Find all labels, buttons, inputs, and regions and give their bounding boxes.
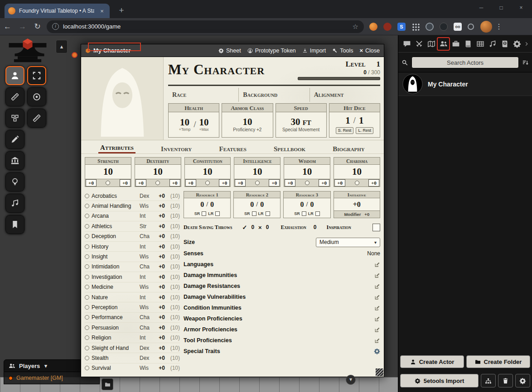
short-rest-checkbox[interactable] — [302, 211, 306, 216]
tab-close-icon[interactable]: × — [98, 8, 106, 14]
skill-proficiency-radio[interactable] — [85, 204, 89, 208]
tab-playlists[interactable] — [486, 38, 498, 50]
skill-row[interactable]: Acrobatics Dex +0 (10) — [85, 191, 180, 201]
level-value[interactable]: 1 — [377, 60, 381, 69]
tab-actors[interactable] — [437, 38, 450, 50]
skill-proficiency-radio[interactable] — [85, 214, 89, 218]
skill-proficiency-radio[interactable] — [85, 305, 89, 310]
skill-proficiency-radio[interactable] — [85, 325, 89, 330]
skill-row[interactable]: Religion Int +0 (10) — [85, 333, 180, 343]
edit-icon[interactable] — [374, 327, 380, 333]
select-tool-button[interactable] — [27, 66, 46, 85]
death-save-success-count[interactable]: 0 — [251, 224, 254, 230]
skill-proficiency-radio[interactable] — [85, 234, 89, 239]
death-save-fail-count[interactable]: 0 — [266, 224, 269, 230]
sidebar-collapse-button[interactable] — [523, 41, 530, 47]
tab-settings[interactable] — [511, 38, 523, 50]
ability-modifier[interactable]: +0 — [334, 179, 345, 186]
ability-score-input[interactable]: 10 — [85, 165, 131, 179]
skill-row[interactable]: Medicine Wis +0 (10) — [85, 282, 180, 292]
ability-save-proficiency-radio[interactable] — [155, 181, 160, 185]
skill-proficiency-radio[interactable] — [85, 295, 89, 300]
ability-modifier[interactable]: +0 — [235, 179, 246, 186]
long-rest-checkbox[interactable] — [315, 211, 320, 216]
new-tab-button[interactable]: + — [115, 5, 128, 17]
gear-icon[interactable] — [374, 348, 380, 354]
initiative-modifier-value[interactable]: +0 — [364, 212, 369, 217]
url-bar[interactable]: i localhost:30000/game ☆ — [47, 20, 364, 33]
maximize-button[interactable]: □ — [491, 0, 511, 15]
5etools-import-button[interactable]: 5etools Import — [400, 374, 479, 387]
ability-modifier[interactable]: +0 — [86, 179, 97, 186]
skill-row[interactable]: Persuasion Cha +0 (10) — [85, 323, 180, 333]
exhaustion-value[interactable]: 0 — [314, 224, 317, 230]
wall-controls-button[interactable] — [5, 151, 24, 170]
tab-spellbook[interactable]: Spellbook — [272, 144, 307, 153]
tab-inventory[interactable]: Inventory — [159, 144, 193, 153]
close-sheet-button[interactable]: ×Close — [359, 47, 380, 54]
skill-row[interactable]: Stealth Dex +0 (10) — [85, 353, 180, 363]
long-rest-checkbox[interactable] — [215, 211, 220, 216]
ability-modifier[interactable]: +0 — [185, 179, 196, 186]
skill-proficiency-radio[interactable] — [85, 275, 89, 279]
hit-dice-value[interactable]: 1 — [345, 116, 350, 125]
skill-row[interactable]: Investigation Int +0 (10) — [85, 272, 180, 282]
note-controls-button[interactable] — [5, 215, 24, 234]
skill-proficiency-radio[interactable] — [85, 346, 89, 350]
skill-row[interactable]: Athletics Str +0 (10) — [85, 221, 180, 231]
ability-save[interactable]: +0 — [169, 179, 180, 186]
temp-hp-label[interactable]: +Temp — [179, 127, 191, 132]
tab-scenes[interactable] — [425, 38, 437, 50]
browser-profile-avatar[interactable] — [480, 21, 492, 33]
tile-controls-button[interactable] — [5, 109, 24, 128]
ability-modifier[interactable]: +0 — [135, 179, 146, 186]
skill-proficiency-radio[interactable] — [85, 244, 89, 249]
ability-save[interactable]: +0 — [269, 179, 280, 186]
ability-save-proficiency-radio[interactable] — [255, 181, 260, 185]
bookmark-star-icon[interactable]: ☆ — [353, 23, 358, 31]
sound-controls-button[interactable] — [5, 194, 24, 213]
ability-score-input[interactable]: 10 — [334, 165, 380, 179]
skill-proficiency-radio[interactable] — [85, 315, 89, 320]
search-actors-input[interactable] — [411, 57, 519, 68]
browser-extension-icon[interactable] — [426, 23, 434, 31]
ability-save[interactable]: +0 — [368, 179, 379, 186]
tab-combat[interactable] — [413, 38, 425, 50]
short-rest-button[interactable]: S. Rest — [336, 127, 354, 134]
skill-row[interactable]: Intimidation Cha +0 (10) — [85, 262, 180, 272]
skill-row[interactable]: Perception Wis +0 (10) — [85, 302, 180, 312]
drawing-controls-button[interactable] — [5, 130, 24, 149]
settings-button[interactable] — [515, 374, 530, 387]
skill-row[interactable]: Sleight of Hand Dex +0 (10) — [85, 343, 180, 353]
tab-chat[interactable] — [401, 38, 413, 50]
target-tool-button[interactable] — [27, 87, 46, 106]
actor-list-item[interactable]: My Character — [398, 72, 532, 96]
edit-icon[interactable] — [374, 316, 380, 322]
skill-row[interactable]: Arcana Int +0 (10) — [85, 211, 180, 221]
character-name-input[interactable]: My Character — [168, 59, 298, 84]
temp-max-label[interactable]: +Max — [199, 127, 208, 132]
forward-button[interactable]: → — [15, 22, 30, 31]
ability-save-proficiency-radio[interactable] — [305, 181, 310, 185]
browser-menu-icon[interactable]: ⋮ — [492, 22, 506, 31]
skill-row[interactable]: Insight Wis +0 (10) — [85, 252, 180, 262]
tab-journal[interactable] — [462, 38, 474, 50]
special-movement-label[interactable]: Special Movement — [282, 127, 319, 132]
skill-row[interactable]: Animal Handling Wis +0 (10) — [85, 201, 180, 211]
size-select[interactable]: Medium ▾ — [316, 238, 380, 247]
refresh-button[interactable]: ↻ — [30, 22, 45, 31]
xp-current[interactable]: 0 — [363, 69, 367, 76]
ability-score-input[interactable]: 10 — [135, 165, 181, 179]
xp-line[interactable]: 0 / 300 — [298, 69, 380, 76]
lighting-controls-button[interactable] — [5, 172, 24, 191]
sheet-config-button[interactable]: Sheet — [218, 48, 241, 54]
folder-tree-button[interactable] — [481, 374, 496, 387]
tab-items[interactable] — [450, 38, 462, 50]
resource-max-input[interactable]: 0 — [260, 201, 264, 209]
skill-proficiency-radio[interactable] — [85, 194, 89, 198]
resource-value-input[interactable]: 0 — [300, 201, 304, 209]
tools-button[interactable]: Tools — [332, 48, 353, 54]
character-portrait[interactable] — [81, 57, 164, 140]
resource-value-input[interactable]: 0 — [250, 201, 254, 209]
browser-extension-icon[interactable] — [468, 24, 474, 30]
